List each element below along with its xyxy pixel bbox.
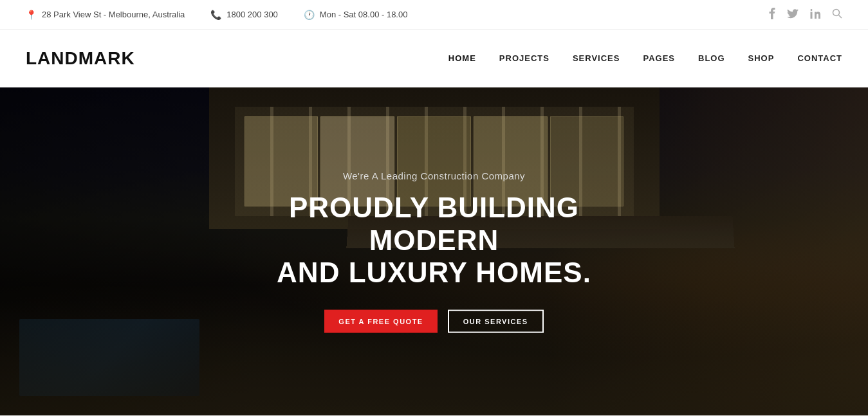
header: LANDMARK HOME PROJECTS SERVICES PAGES BL… [0,30,868,87]
svg-point-0 [833,10,840,16]
svg-line-1 [839,15,842,19]
hero-title: PROUDLY BUILDING MODERN AND LUXURY HOMES… [241,192,627,289]
hero-buttons: GET A FREE QUOTE OUR SERVICES [241,309,627,332]
hours-text: Mon - Sat 08.00 - 18.00 [320,10,408,19]
nav-shop[interactable]: SHOP [748,53,775,63]
main-nav: HOME PROJECTS SERVICES PAGES BLOG SHOP C… [448,53,842,63]
phone-item: 📞 1800 200 300 [210,10,278,20]
linkedin-icon[interactable] [810,8,820,21]
nav-home[interactable]: HOME [448,53,476,63]
top-bar-right [769,8,842,21]
top-bar-left: 📍 28 Park View St - Melbourne, Australia… [26,10,407,20]
hours-item: 🕐 Mon - Sat 08.00 - 18.00 [304,10,408,20]
search-icon[interactable] [832,8,842,21]
logo[interactable]: LANDMARK [26,48,135,69]
nav-contact[interactable]: CONTACT [797,53,842,63]
nav-blog[interactable]: BLOG [698,53,725,63]
nav-pages[interactable]: PAGES [643,53,675,63]
phone-icon: 📞 [210,10,221,20]
address-text: 28 Park View St - Melbourne, Australia [42,10,185,19]
nav-projects[interactable]: PROJECTS [499,53,549,63]
hero-content: We're A Leading Construction Company PRO… [241,170,627,333]
twitter-icon[interactable] [787,9,799,21]
top-bar: 📍 28 Park View St - Melbourne, Australia… [0,0,868,30]
address-item: 📍 28 Park View St - Melbourne, Australia [26,10,185,20]
hero-title-line2: AND LUXURY HOMES. [277,257,591,288]
our-services-button[interactable]: OUR SERVICES [448,309,544,332]
clock-icon: 🕐 [304,10,315,20]
facebook-icon[interactable] [769,8,775,21]
phone-text: 1800 200 300 [226,10,278,19]
hero-section: We're A Leading Construction Company PRO… [0,87,868,415]
get-quote-button[interactable]: GET A FREE QUOTE [324,309,437,332]
hero-title-line1: PROUDLY BUILDING MODERN [289,192,579,256]
hero-subtitle: We're A Leading Construction Company [241,170,627,181]
location-icon: 📍 [26,10,37,20]
nav-services[interactable]: SERVICES [573,53,620,63]
